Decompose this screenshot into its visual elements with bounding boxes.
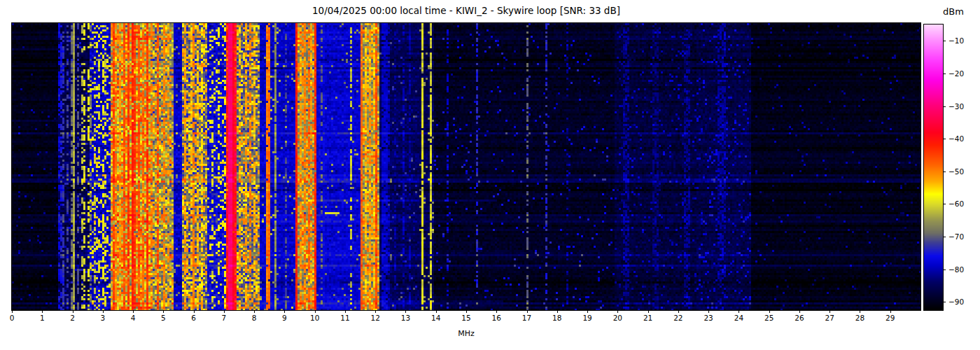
colorbar-tick-mark [943,302,946,302]
x-tick-mark [194,310,195,313]
x-tick-mark [103,310,104,313]
chart-title: 10/04/2025 00:00 local time - KIWI_2 - S… [12,4,920,17]
x-tick-label: 19 [582,314,592,322]
x-tick-label: 6 [191,314,196,322]
colorbar-tick-label: −40 [948,134,964,143]
x-tick-mark [617,310,618,313]
x-tick-label: 23 [704,314,713,322]
x-tick-mark [254,310,255,313]
x-tick-mark [224,310,225,313]
x-tick-mark [436,310,437,313]
x-tick-mark [678,310,679,313]
x-tick-label: 29 [886,314,895,322]
x-tick-mark [890,310,891,313]
colorbar-tick-mark [943,139,946,139]
colorbar-label: dBm [943,6,964,17]
x-tick-label: 7 [222,314,227,322]
x-tick-label: 0 [10,314,15,322]
x-tick-label: 26 [794,314,804,322]
x-tick-mark [830,310,830,313]
x-tick-label: 4 [131,314,136,322]
x-tick-mark [163,310,164,313]
spectrogram-figure: 10/04/2025 00:00 local time - KIWI_2 - S… [0,0,980,350]
x-tick-mark [708,310,709,313]
x-tick-label: 10 [310,314,319,322]
x-tick-label: 13 [401,314,410,322]
x-tick-label: 8 [252,314,257,322]
x-axis-label: MHz [12,329,920,338]
colorbar-tick-label: −60 [948,200,964,208]
x-tick-label: 28 [855,314,864,322]
colorbar-tick-mark [943,172,946,172]
colorbar-tick-label: −90 [948,298,964,306]
x-tick-label: 15 [461,314,470,322]
x-tick-label: 20 [613,314,622,322]
x-tick-mark [345,310,346,313]
colorbar-tick-mark [943,270,946,270]
x-tick-label: 12 [371,314,380,322]
x-tick-mark [73,310,74,313]
x-tick-label: 25 [764,314,774,322]
x-tick-mark [799,310,800,313]
x-tick-label: 16 [492,314,501,322]
colorbar-tick-label: −30 [948,102,964,111]
x-tick-label: 5 [161,314,166,322]
x-tick-mark [315,310,316,313]
x-tick-mark [375,310,376,313]
colorbar-tick-label: −10 [948,36,964,45]
x-tick-mark [466,310,467,313]
x-tick-label: 18 [552,314,561,322]
x-tick-label: 2 [70,314,75,322]
x-tick-mark [769,310,770,313]
x-tick-label: 9 [282,314,287,322]
colorbar-tick-mark [943,74,946,74]
x-tick-label: 24 [734,314,743,322]
x-tick-mark [738,310,739,313]
x-tick-label: 22 [673,314,682,322]
x-tick-label: 14 [431,314,440,322]
x-tick-mark [557,310,558,313]
colorbar-tick-label: −50 [948,167,964,176]
colorbar-tick-mark [943,41,946,41]
x-tick-mark [42,310,43,313]
colorbar-tick-mark [943,106,946,107]
x-tick-label: 27 [825,314,834,322]
x-tick-label: 3 [100,314,105,322]
x-tick-mark [860,310,860,313]
x-tick-label: 1 [40,314,45,322]
x-tick-mark [284,310,285,313]
colorbar-tick-label: −70 [948,232,964,241]
colorbar-tick-mark [943,237,946,237]
x-tick-mark [12,310,13,313]
x-tick-mark [496,310,497,313]
x-tick-label: 17 [522,314,531,322]
x-tick-mark [527,310,528,313]
x-tick-mark [133,310,134,313]
x-tick-mark [405,310,406,313]
colorbar-canvas [923,24,944,311]
colorbar-tick-label: −20 [948,69,964,78]
x-tick-label: 21 [643,314,652,322]
x-tick-mark [648,310,649,313]
colorbar-tick-label: −80 [948,265,964,274]
waterfall-canvas [11,22,921,311]
colorbar-tick-mark [943,204,946,204]
x-tick-label: 11 [340,314,349,322]
x-tick-mark [587,310,588,313]
